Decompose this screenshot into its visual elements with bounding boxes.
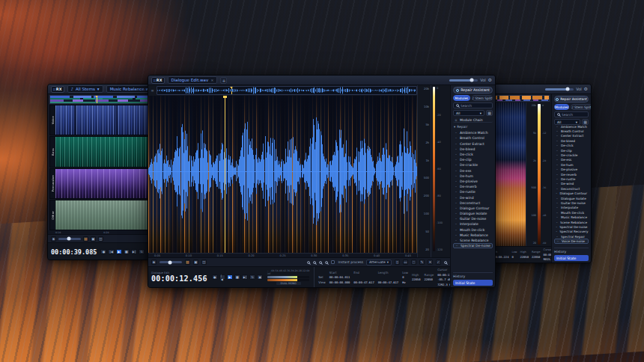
module-item[interactable]: ◦ Spectral De-noise [554, 224, 589, 229]
module-item[interactable]: ◦ Deconstruct [453, 200, 493, 206]
process-mode-dropdown[interactable]: Attenuate▾ [366, 260, 392, 266]
spectrogram-settings-icon[interactable]: ▤ [83, 236, 88, 242]
rtz-button[interactable]: |◀ [108, 249, 114, 254]
link-icon[interactable]: ◈ [51, 236, 56, 242]
stem-label-tab[interactable]: Voice [50, 105, 55, 135]
module-item[interactable]: ◦ De-crackle [453, 162, 493, 168]
module-item[interactable]: ◦ De-clip [453, 157, 493, 162]
module-item[interactable]: ◦ De-rustle [453, 189, 493, 194]
module-search-input[interactable]: Search [554, 111, 589, 117]
secondary-window-titlebar[interactable]: Vol ⚙ [485, 85, 591, 94]
module-item[interactable]: ◦ De-plosive [453, 179, 493, 184]
record-button[interactable]: ● [100, 249, 106, 254]
spectrogram-settings-icon[interactable]: ▤ [185, 260, 190, 265]
module-item[interactable]: ◦ De-click [554, 144, 589, 148]
record-button[interactable]: ● [212, 274, 218, 280]
volume-slider[interactable] [545, 88, 574, 90]
compare-icon[interactable]: ◫ [201, 260, 207, 265]
history-item-initial-state[interactable]: Initial State [554, 255, 589, 261]
dialogue-window-titlebar[interactable]: ∷RX Dialogue Edit.wav × + Vol ⚙ [148, 76, 495, 85]
module-item[interactable]: ◦ De-crackle [554, 153, 589, 157]
module-item[interactable]: ◦ Guitar De-noise [554, 200, 589, 205]
stems-view-dropdown[interactable]: ♪ All Stems ▾ [67, 85, 103, 93]
module-item[interactable]: ◦ Spectral De-noise [453, 243, 493, 248]
layers-icon[interactable]: ▣ [91, 236, 96, 242]
module-item[interactable]: ◦ De-reverb [453, 184, 493, 189]
dialogue-spectrogram[interactable] [148, 96, 417, 253]
module-item[interactable]: ◦ Voice De-noise [554, 239, 589, 243]
link-icon[interactable]: ◈ [151, 260, 157, 265]
end-button[interactable]: ▶| [131, 249, 137, 254]
blend-slider[interactable] [58, 238, 81, 240]
loop-button[interactable]: ↻ [139, 249, 145, 254]
module-item[interactable]: ◦ De-ess [453, 168, 493, 174]
tab-stem-split[interactable]: ♪Stem Split [472, 95, 493, 101]
history-item-initial-state[interactable]: Initial State [453, 280, 493, 286]
loop-button[interactable]: ↻ [249, 274, 255, 280]
volume-slider[interactable] [449, 79, 478, 82]
stop-button[interactable]: ■ [124, 249, 130, 254]
module-item[interactable]: ◦ De-wind [453, 194, 493, 200]
module-search-input[interactable]: Search [453, 102, 493, 108]
gear-icon[interactable]: ⚙ [584, 87, 588, 91]
close-tab-icon[interactable]: × [210, 78, 213, 82]
waveform-overview-strip[interactable] [157, 86, 417, 95]
repair-section-header[interactable]: ▾ Repair [453, 124, 493, 129]
module-item[interactable]: ◦ Dialogue Isolate [453, 211, 493, 216]
time-freq-selection-tool[interactable]: ▭ [403, 260, 408, 265]
module-item[interactable]: ◦ Mouth De-click [453, 227, 493, 233]
module-item[interactable]: ◦ Scene Rebalance [453, 238, 493, 243]
compare-icon[interactable]: ◫ [98, 236, 103, 242]
lasso-tool[interactable]: ◌ [411, 260, 416, 265]
repair-assistant-button[interactable]: Repair Assistant [453, 87, 493, 93]
module-item[interactable]: ◦ Breath Control [453, 135, 493, 141]
zoom-slider-icon[interactable] [444, 261, 447, 264]
module-item[interactable]: ◦ Interpolate [453, 221, 493, 227]
play-button[interactable]: ▶ [116, 249, 122, 254]
tab-modules[interactable]: Modules [554, 104, 569, 110]
find-similar-tool[interactable]: ✓ [436, 260, 441, 265]
module-item[interactable]: ◦ De-click [453, 152, 493, 157]
grid-view-button[interactable]: ▦ [486, 110, 493, 116]
time-selection-tool[interactable]: ▯ [395, 260, 400, 265]
instant-process-checkbox[interactable] [331, 260, 335, 264]
module-item[interactable]: ◦ De-bleed [453, 147, 493, 152]
stems-overview-playhead[interactable] [97, 96, 97, 103]
layers-icon[interactable]: ▣ [193, 260, 198, 265]
module-item[interactable]: ◦ De-rustle [554, 177, 589, 181]
gear-icon[interactable]: ⚙ [488, 78, 492, 82]
zoom-fit-icon[interactable] [319, 261, 322, 264]
tab-stem-split[interactable]: ♪Stem Split [571, 104, 592, 110]
module-item[interactable]: ◦ Music Rebalance [554, 215, 589, 219]
module-item[interactable]: ◦ Breath Control [554, 129, 589, 133]
module-chain-item[interactable]: ≣ Module Chain [453, 117, 493, 123]
module-item[interactable]: ◦ Dialogue Contour [453, 206, 493, 211]
stem-label-tab[interactable]: Percussion [50, 169, 55, 198]
playhead-cursor[interactable] [225, 96, 225, 253]
scrub-button[interactable]: ▣ [257, 274, 263, 280]
blend-slider[interactable] [160, 261, 182, 263]
end-button[interactable]: ▶| [242, 274, 248, 280]
module-item[interactable]: ◦ Ambience Match [453, 130, 493, 135]
stem-label-tab[interactable]: Other [50, 200, 55, 230]
zoom-in-icon[interactable] [307, 261, 310, 264]
category-dropdown[interactable]: All▾ [453, 110, 484, 116]
module-item[interactable]: ◦ De-hum [453, 174, 493, 179]
dialogue-file-tab[interactable]: Dialogue Edit.wav × [168, 76, 218, 84]
module-item[interactable]: ◦ De-hum [554, 162, 589, 167]
module-item[interactable]: ◦ Center Extract [453, 141, 493, 147]
module-item[interactable]: ◦ De-plosive [554, 168, 589, 172]
zoom-out-icon[interactable] [313, 261, 316, 264]
new-tab-button[interactable]: + [220, 77, 227, 84]
overview-grip-icon[interactable]: ≡ [150, 86, 155, 95]
play-button[interactable]: ▶ [227, 274, 233, 280]
module-item[interactable]: ◦ Guitar De-noise [453, 216, 493, 221]
zoom-selection-icon[interactable] [325, 261, 328, 264]
stem-label-tab[interactable]: Bass [50, 137, 55, 166]
brush-tool[interactable]: ✎ [419, 260, 425, 265]
module-item[interactable]: ◦ Dialogue Contour [554, 191, 589, 195]
secondary-overview-strip[interactable] [487, 95, 550, 102]
module-item[interactable]: ◦ De-bleed [554, 138, 589, 143]
stop-button[interactable]: ■ [234, 274, 240, 280]
magic-wand-tool[interactable]: ✶ [428, 260, 433, 265]
